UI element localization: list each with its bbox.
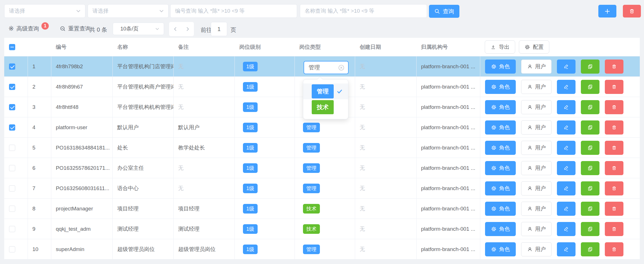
role-button[interactable]: 角色 bbox=[485, 60, 516, 74]
filter-select-2[interactable]: 请选择 bbox=[88, 4, 169, 18]
delete-button[interactable] bbox=[605, 181, 623, 195]
delete-button[interactable] bbox=[605, 60, 623, 74]
table-row[interactable]: 4 platform-user 默认用户 默认用户 1级 管理 无 platfo… bbox=[4, 117, 640, 138]
type-select-editor[interactable]: 管理 bbox=[304, 61, 349, 74]
table-row[interactable]: 8 projectManager 项目经理 项目经理 1级 技术 无 platf… bbox=[4, 199, 640, 219]
name-search-input[interactable] bbox=[305, 5, 422, 17]
delete-button[interactable] bbox=[605, 120, 623, 135]
table-row[interactable]: 9 qqkj_test_adm 测试经理 测试经理 1级 技术 无 platfo… bbox=[4, 219, 640, 239]
row-checkbox[interactable] bbox=[9, 226, 15, 232]
role-button[interactable]: 角色 bbox=[485, 202, 516, 216]
chevron-down-icon bbox=[159, 10, 164, 12]
table-row[interactable]: 7 PO16325608031611... 语合中心 无 1级 管理 无 pla… bbox=[4, 178, 640, 199]
header-index bbox=[28, 38, 51, 56]
edit-button[interactable] bbox=[557, 141, 576, 155]
table-row[interactable]: 6 PO16325578620171... 办公室主任 无 1级 管理 无 pl… bbox=[4, 158, 640, 178]
role-button[interactable]: 角色 bbox=[485, 141, 516, 155]
type-tag[interactable]: 管理 bbox=[303, 143, 320, 153]
delete-button[interactable] bbox=[605, 100, 623, 114]
role-button[interactable]: 角色 bbox=[485, 161, 516, 175]
config-button[interactable]: 配置 bbox=[519, 40, 549, 54]
row-checkbox[interactable] bbox=[9, 124, 15, 131]
user-button[interactable]: 用户 bbox=[521, 181, 552, 195]
row-checkbox[interactable] bbox=[9, 246, 15, 252]
copy-button[interactable] bbox=[581, 100, 599, 114]
delete-button[interactable] bbox=[605, 222, 623, 236]
sparkle-icon: ※ bbox=[8, 25, 14, 32]
delete-button[interactable] bbox=[605, 141, 623, 155]
next-page-button[interactable] bbox=[182, 22, 194, 36]
copy-button[interactable] bbox=[581, 141, 599, 155]
edit-button[interactable] bbox=[557, 60, 576, 74]
edit-button[interactable] bbox=[557, 242, 576, 256]
user-button[interactable]: 用户 bbox=[521, 141, 552, 155]
user-button[interactable]: 用户 bbox=[521, 60, 552, 74]
dropdown-option[interactable]: 管理 bbox=[303, 83, 348, 99]
row-index: 7 bbox=[28, 178, 51, 198]
copy-button[interactable] bbox=[581, 202, 599, 216]
dropdown-option[interactable]: 技术 bbox=[303, 99, 348, 115]
edit-button[interactable] bbox=[557, 161, 576, 175]
copy-button[interactable] bbox=[581, 222, 599, 236]
type-tag[interactable]: 管理 bbox=[303, 123, 320, 132]
role-button[interactable]: 角色 bbox=[485, 242, 516, 256]
role-button[interactable]: 角色 bbox=[485, 120, 516, 135]
row-checkbox[interactable] bbox=[9, 165, 15, 171]
edit-button[interactable] bbox=[557, 222, 576, 236]
clear-icon[interactable] bbox=[338, 64, 345, 71]
prev-page-button[interactable] bbox=[169, 22, 182, 36]
row-checkbox[interactable] bbox=[9, 185, 15, 192]
row-checkbox[interactable] bbox=[9, 63, 15, 70]
user-button[interactable]: 用户 bbox=[521, 100, 552, 114]
row-checkbox[interactable] bbox=[9, 104, 15, 110]
delete-button[interactable] bbox=[605, 242, 623, 256]
delete-button[interactable] bbox=[605, 80, 623, 94]
edit-button[interactable] bbox=[557, 120, 576, 135]
copy-button[interactable] bbox=[581, 80, 599, 94]
filter-select-1[interactable]: 请选择 bbox=[4, 4, 85, 18]
role-button[interactable]: 角色 bbox=[485, 181, 516, 195]
edit-button[interactable] bbox=[557, 80, 576, 94]
type-tag[interactable]: 管理 bbox=[303, 163, 320, 173]
type-tag[interactable]: 管理 bbox=[303, 245, 320, 254]
user-button[interactable]: 用户 bbox=[521, 242, 552, 256]
role-button[interactable]: 角色 bbox=[485, 222, 516, 236]
table-row[interactable]: 5 PO16318634884181... 处长 教学处处长 1级 管理 无 p… bbox=[4, 138, 640, 158]
goto-page-input[interactable] bbox=[211, 22, 227, 36]
role-button[interactable]: 角色 bbox=[485, 80, 516, 94]
export-button[interactable]: 导出 bbox=[485, 40, 515, 54]
row-checkbox[interactable] bbox=[9, 206, 15, 212]
delete-button[interactable] bbox=[605, 202, 623, 216]
row-checkbox[interactable] bbox=[9, 145, 15, 151]
table-row[interactable]: 10 superAdmin 超级管理员岗位 超级管理员岗位 1级 管理 无 pl… bbox=[4, 239, 640, 259]
user-button[interactable]: 用户 bbox=[521, 80, 552, 94]
type-tag[interactable]: 管理 bbox=[303, 184, 320, 193]
copy-button[interactable] bbox=[581, 161, 599, 175]
query-button[interactable]: 查询 bbox=[429, 5, 459, 18]
edit-button[interactable] bbox=[557, 181, 576, 195]
add-button[interactable] bbox=[598, 5, 616, 17]
user-button[interactable]: 用户 bbox=[521, 202, 552, 216]
edit-button[interactable] bbox=[557, 202, 576, 216]
edit-button[interactable] bbox=[557, 100, 576, 114]
select-all-checkbox[interactable] bbox=[9, 44, 15, 50]
page-size-select[interactable]: 10条/页 bbox=[113, 23, 164, 35]
type-tag[interactable]: 技术 bbox=[303, 204, 320, 214]
advanced-query-toggle[interactable]: ※ 高级查询 1 bbox=[8, 25, 49, 32]
user-button[interactable]: 用户 bbox=[521, 161, 552, 175]
batch-delete-button[interactable] bbox=[623, 5, 641, 17]
role-button[interactable]: 角色 bbox=[485, 100, 516, 114]
user-button[interactable]: 用户 bbox=[521, 120, 552, 135]
copy-button[interactable] bbox=[581, 242, 599, 256]
copy-button[interactable] bbox=[581, 181, 599, 195]
type-tag[interactable]: 技术 bbox=[303, 224, 320, 234]
dropdown-option-tag: 技术 bbox=[312, 100, 334, 114]
user-button[interactable]: 用户 bbox=[521, 222, 552, 236]
row-checkbox[interactable] bbox=[9, 84, 15, 90]
copy-button[interactable] bbox=[581, 60, 599, 74]
copy-button[interactable] bbox=[581, 120, 599, 135]
reset-query-button[interactable]: 重置查询 bbox=[60, 25, 91, 32]
code-search-input[interactable] bbox=[175, 5, 292, 17]
pencil-icon bbox=[563, 247, 569, 252]
delete-button[interactable] bbox=[605, 161, 623, 175]
